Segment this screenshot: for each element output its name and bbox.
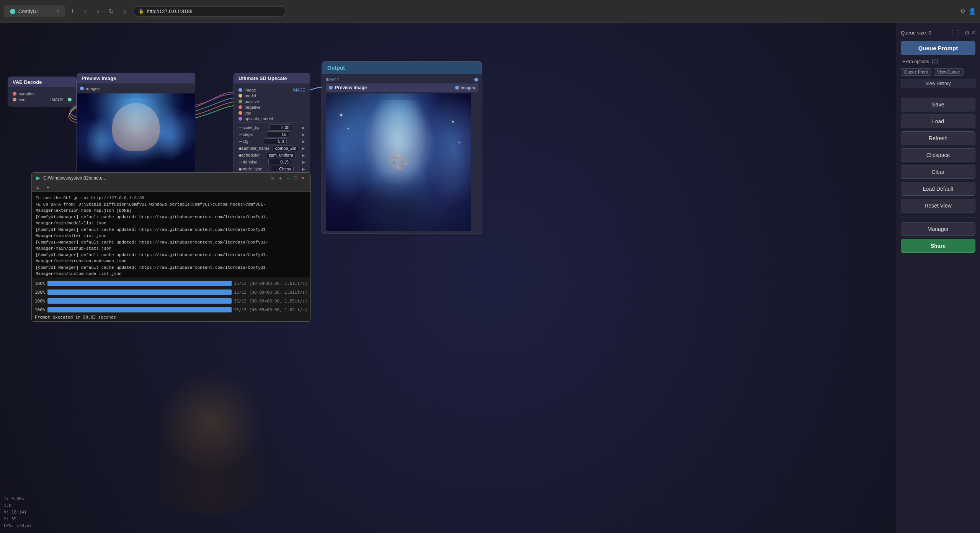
param-denoise: ↔denoise 0.15 ▶ [238, 159, 305, 165]
profile-icon[interactable]: 👤 [969, 8, 976, 15]
vae-decode-title: VAE Decode [8, 77, 76, 87]
settings-icon[interactable]: ⚙ [964, 29, 970, 36]
cmd-toolbar: C: + [32, 183, 310, 192]
refresh-nav-btn[interactable]: ↻ [106, 6, 117, 17]
manager-btn[interactable]: Manager [901, 222, 975, 236]
port-positive: positive [238, 99, 305, 104]
extra-options-row: Extra options [901, 58, 975, 65]
bg-character [115, 361, 306, 514]
load-btn[interactable]: Load [901, 114, 975, 128]
extensions-icon[interactable]: ⚙ [960, 8, 965, 15]
sidebar-icons: ⋮⋮ ⚙ × [950, 29, 975, 36]
reset-view-btn[interactable]: Reset View [901, 199, 975, 213]
port-dot-image-out [68, 98, 72, 101]
new-tab-btn[interactable]: + [68, 7, 77, 15]
view-queue-btn[interactable]: View Queue [934, 68, 964, 76]
queue-prompt-btn[interactable]: Queue Prompt [901, 41, 975, 55]
sidebar-divider-1 [901, 93, 975, 93]
cmd-plus-btn[interactable]: + [278, 175, 283, 181]
port-image-out-label: IMAGE [326, 77, 478, 82]
output-anime-image [326, 93, 471, 231]
param-steps: ↔steps 15 ▶ [238, 131, 305, 137]
cmd-progress: 100% 15/15 [00:09<00:00, 1.61it/s] 100% … [32, 278, 310, 321]
queue-front-btn[interactable]: Queue Front [901, 68, 931, 76]
save-btn[interactable]: Save [901, 98, 975, 111]
port-image: image IMAGE [238, 88, 305, 92]
port-vae: vae IMAGE [13, 97, 72, 102]
browser-tab[interactable]: ComfyUI × [4, 5, 65, 17]
image-label: IMAGE [326, 77, 339, 82]
grid-icon[interactable]: ⋮⋮ [950, 29, 962, 36]
port-samples: samples [13, 92, 72, 96]
port-dot-img [238, 88, 242, 92]
queue-size-label: Queue size: 0 [901, 30, 931, 36]
share-btn[interactable]: Share [901, 239, 975, 253]
stat-y: Y: 39 [4, 516, 32, 523]
view-history-btn[interactable]: View History [901, 79, 975, 88]
port-dot-pos [238, 100, 242, 103]
cmd-titlebar-btns: ≡ + − □ × [270, 175, 306, 181]
preview-sub-node: Preview Image images [326, 83, 478, 92]
clipspace-btn[interactable]: Clipspace [901, 148, 975, 162]
param-mode: ◆mode_type Chess ▶ [238, 166, 305, 172]
preview-left-body: images [77, 83, 195, 93]
sidebar-divider-2 [901, 217, 975, 217]
port-dot-vae-up [238, 111, 242, 115]
cmd-title: C:\Windows\system32\cmd.e... [43, 175, 106, 181]
port-dot-neg [238, 105, 242, 109]
port-dot-preview-sub [329, 86, 333, 90]
param-sampler: ◆sampler_name dpmpp_2m ▶ [238, 145, 305, 151]
cmd-close-btn[interactable]: × [301, 175, 306, 181]
prompt-executed: Prompt executed in 98.03 seconds [35, 315, 307, 320]
queue-options-row: Queue Front View Queue [901, 68, 975, 76]
output-image-container [326, 93, 471, 231]
port-dot-out-img [474, 78, 478, 82]
tab-close-btn[interactable]: × [56, 9, 59, 14]
port-negative: negative [238, 105, 305, 110]
back-btn[interactable]: ‹ [80, 6, 91, 17]
browser-chrome: ComfyUI × + ‹ › ↻ ⌂ 🔒 http://127.0.0.1:8… [0, 0, 980, 23]
image-output-label: IMAGE [51, 97, 64, 102]
browser-nav: ‹ › ↻ ⌂ [80, 6, 130, 17]
port-dot-upmodel [238, 117, 242, 121]
port-dot-samples [13, 92, 16, 96]
param-scheduler: ◆scheduler sgm_uniform ▶ [238, 152, 305, 158]
cmd-titlebar: ▶ C:\Windows\system32\cmd.e... ≡ + − □ × [32, 173, 310, 183]
output-node-title: Output [322, 62, 482, 74]
load-default-btn[interactable]: Load Default [901, 182, 975, 196]
home-btn[interactable]: ⌂ [119, 6, 130, 17]
canvas-area: VAE Decode samples vae IMAGE Preview Ima… [0, 23, 980, 533]
url-text: http://127.0.0.1:8188 [147, 8, 193, 14]
address-bar[interactable]: 🔒 http://127.0.0.1:8188 [133, 6, 286, 16]
cmd-minimize-btn[interactable]: − [285, 175, 291, 181]
right-sidebar: Queue size: 0 ⋮⋮ ⚙ × Queue Prompt Extra … [896, 23, 980, 533]
clear-btn[interactable]: Clear [901, 165, 975, 179]
stat-scale: 1.0 [4, 502, 32, 509]
port-dot-model-up [238, 94, 242, 98]
tab-title: ComfyUI [18, 8, 38, 14]
port-vae-up: vae [238, 111, 305, 115]
sidebar-close-icon[interactable]: × [972, 29, 975, 36]
stats-panel: T: 0.00s 1.0 V: 18:{4} Y: 39 FPS: 178.57 [4, 495, 32, 529]
output-node: Output IMAGE Preview Image images [322, 61, 482, 234]
cmd-toolbar-add[interactable]: + [45, 184, 51, 190]
cmd-options-btn[interactable]: ≡ [270, 175, 275, 181]
cmd-maximize-btn[interactable]: □ [293, 175, 298, 181]
port-dot-images-out [455, 86, 459, 90]
forward-btn[interactable]: › [93, 6, 104, 17]
cmd-toolbar-c[interactable]: C: [35, 184, 42, 190]
node-canvas: VAE Decode samples vae IMAGE Preview Ima… [0, 23, 980, 533]
param-upscale-by: ↔scale_by 2.00 ▶ [238, 124, 305, 131]
port-dot-vae [13, 98, 16, 101]
extra-options-checkbox[interactable] [932, 59, 938, 64]
preview-sub-title: Preview Image [335, 85, 367, 90]
param-cfg: ↔cfg 5.0 ▶ [238, 138, 305, 144]
port-images-left: images [80, 86, 192, 91]
tab-favicon [10, 9, 15, 14]
refresh-btn[interactable]: Refresh [901, 131, 975, 145]
lock-icon: 🔒 [139, 9, 144, 14]
preview-left-title: Preview Image [77, 73, 195, 83]
port-model-up: model [238, 93, 305, 98]
port-upscale-model: upscale_model [238, 116, 305, 121]
images-label: images [461, 85, 475, 90]
